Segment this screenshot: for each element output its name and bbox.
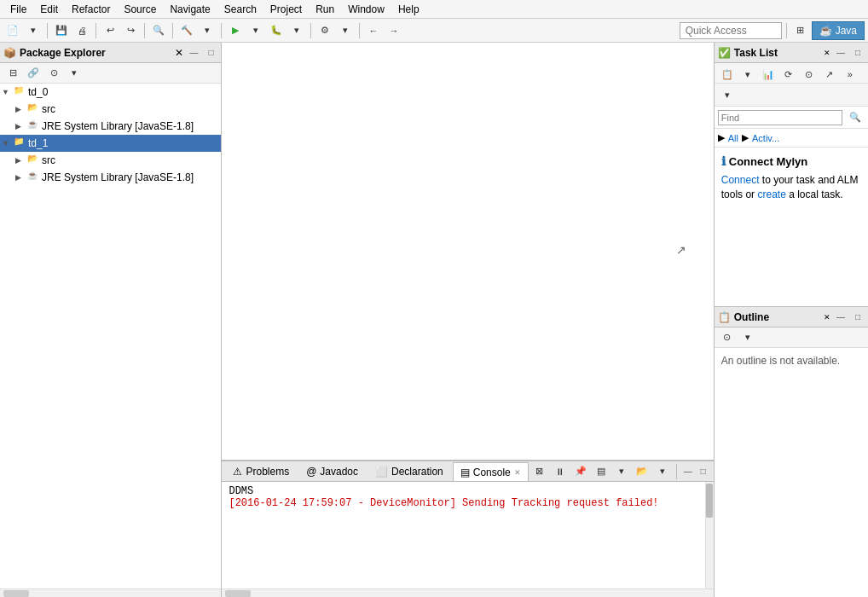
tab-declaration[interactable]: ⬜ Declaration bbox=[367, 462, 451, 481]
minimize-button[interactable]: — bbox=[187, 46, 200, 60]
pin-btn[interactable]: 📌 bbox=[571, 462, 590, 481]
save-button[interactable]: 💾 bbox=[52, 21, 71, 40]
outline-minimize-btn[interactable]: — bbox=[834, 310, 848, 324]
sep5 bbox=[221, 23, 222, 38]
view-dropdown-btn[interactable]: ▾ bbox=[65, 64, 84, 83]
package-explorer-panel: 📦 Package Explorer ✕ — □ ⊟ 🔗 ⊙ ▾ ▼ 📁 td_… bbox=[0, 43, 222, 597]
sep-console bbox=[676, 464, 677, 479]
task-minimize-btn[interactable]: — bbox=[834, 46, 848, 60]
scroll-lock-btn[interactable]: ⏸ bbox=[551, 462, 570, 481]
src-icon-td1: 📂 bbox=[26, 154, 39, 167]
new-button[interactable]: 📄 bbox=[3, 21, 22, 40]
ext-drop[interactable]: ▾ bbox=[336, 21, 355, 40]
open-drop[interactable]: ▾ bbox=[653, 462, 672, 481]
perspective-btn[interactable]: ⊞ bbox=[791, 21, 810, 40]
redo-button[interactable]: ↪ bbox=[121, 21, 140, 40]
quick-access-input[interactable] bbox=[680, 22, 782, 39]
clear-console-btn[interactable]: ⊠ bbox=[530, 462, 549, 481]
filter-active-link[interactable]: Activ... bbox=[752, 133, 779, 143]
h-scroll-thumb[interactable] bbox=[3, 590, 29, 597]
menu-project[interactable]: Project bbox=[263, 2, 309, 17]
task-maximize-btn[interactable]: □ bbox=[851, 46, 865, 60]
java-perspective[interactable]: ☕ Java bbox=[812, 21, 865, 40]
expand-arrow-td1: ▼ bbox=[2, 139, 12, 148]
task-btn2[interactable]: 📊 bbox=[759, 65, 778, 84]
bottom-panel: ⚠ Problems @ Javadoc ⬜ Declaration ▤ Con… bbox=[222, 461, 713, 597]
console-minimize-btn[interactable]: — bbox=[681, 465, 695, 478]
build-drop[interactable]: ▾ bbox=[198, 21, 217, 40]
menu-file[interactable]: File bbox=[3, 2, 33, 17]
task-btn3[interactable]: ⟳ bbox=[779, 65, 798, 84]
open-console-btn[interactable]: 📂 bbox=[633, 462, 651, 481]
outline-btn1[interactable]: ⊙ bbox=[718, 328, 737, 347]
bottom-tab-bar: ⚠ Problems @ Javadoc ⬜ Declaration ▤ Con… bbox=[222, 461, 713, 482]
task-find-btn[interactable]: 🔍 bbox=[846, 108, 865, 127]
outline-drop[interactable]: ▾ bbox=[738, 328, 757, 347]
tab-problems[interactable]: ⚠ Problems bbox=[225, 462, 297, 481]
src-td0-item[interactable]: ▶ 📂 src bbox=[0, 101, 221, 118]
package-explorer-content: ▼ 📁 td_0 ▶ 📂 src ▶ ☕ JRE System Library … bbox=[0, 84, 221, 186]
collapse-all-btn[interactable]: ⊟ bbox=[3, 64, 22, 83]
maximize-button[interactable]: □ bbox=[204, 46, 217, 60]
console-v-scrollbar[interactable] bbox=[705, 482, 714, 588]
console-h-thumb[interactable] bbox=[225, 590, 251, 597]
expand-arrow-src0: ▶ bbox=[15, 105, 26, 113]
project-td0-item[interactable]: ▼ 📁 td_0 bbox=[0, 84, 221, 101]
task-expand-btn[interactable]: ▾ bbox=[718, 85, 737, 104]
console-maximize-btn[interactable]: □ bbox=[697, 465, 710, 478]
debug-btn[interactable]: 🐛 bbox=[267, 21, 286, 40]
menu-refactor[interactable]: Refactor bbox=[65, 2, 117, 17]
console-icon: ▤ bbox=[460, 467, 470, 478]
task-more-btn[interactable]: » bbox=[841, 65, 859, 84]
menu-navigate[interactable]: Navigate bbox=[163, 2, 217, 17]
build-btn[interactable]: 🔨 bbox=[177, 21, 196, 40]
new-dropdown[interactable]: ▾ bbox=[24, 21, 43, 40]
menu-source[interactable]: Source bbox=[117, 2, 163, 17]
console-h-scrollbar[interactable] bbox=[222, 588, 713, 597]
console-toolbar: ⊠ ⏸ 📌 ▤ ▾ 📂 ▾ — □ bbox=[530, 462, 710, 481]
print-button[interactable]: 🖨 bbox=[72, 21, 91, 40]
view-menu-btn[interactable]: ⊙ bbox=[44, 64, 63, 83]
undo-button[interactable]: ↩ bbox=[101, 21, 119, 40]
task-btn5[interactable]: ↗ bbox=[820, 65, 839, 84]
menu-search[interactable]: Search bbox=[217, 2, 263, 17]
h-scrollbar[interactable] bbox=[0, 588, 221, 597]
display-drop[interactable]: ▾ bbox=[612, 462, 631, 481]
src-td0-label: src bbox=[42, 103, 55, 115]
link-editor-btn[interactable]: 🔗 bbox=[24, 64, 43, 83]
task-find-input[interactable] bbox=[718, 110, 842, 125]
outline-title: Outline bbox=[734, 311, 820, 323]
sep3 bbox=[144, 23, 145, 38]
tab-console[interactable]: ▤ Console ✕ bbox=[453, 462, 529, 481]
run-btn[interactable]: ▶ bbox=[226, 21, 245, 40]
create-link[interactable]: create bbox=[757, 188, 785, 200]
outline-maximize-btn[interactable]: □ bbox=[851, 310, 865, 324]
search-btn[interactable]: 🔍 bbox=[149, 21, 168, 40]
project-icon: 📁 bbox=[12, 85, 26, 99]
console-ddms-title: DDMS bbox=[229, 485, 706, 497]
display-selected-btn[interactable]: ▤ bbox=[592, 462, 610, 481]
tab-javadoc[interactable]: @ Javadoc bbox=[298, 462, 366, 481]
new-task-btn[interactable]: 📋 bbox=[718, 65, 737, 84]
new-task-drop[interactable]: ▾ bbox=[738, 65, 757, 84]
menu-window[interactable]: Window bbox=[341, 2, 391, 17]
src-icon: 📂 bbox=[26, 102, 39, 116]
cursor-indicator: ↗ bbox=[676, 243, 686, 257]
jre-td0-item[interactable]: ▶ ☕ JRE System Library [JavaSE-1.8] bbox=[0, 118, 221, 135]
tree-scroll-area: ▼ 📁 td_0 ▶ 📂 src ▶ ☕ JRE System Library … bbox=[0, 84, 221, 588]
next-annot[interactable]: → bbox=[385, 21, 403, 40]
src-td1-item[interactable]: ▶ 📂 src bbox=[0, 152, 221, 169]
jre-td1-item[interactable]: ▶ ☕ JRE System Library [JavaSE-1.8] bbox=[0, 169, 221, 186]
project-td1-item[interactable]: ▼ 📁 td_1 bbox=[0, 135, 221, 152]
task-btn4[interactable]: ⊙ bbox=[800, 65, 819, 84]
menu-run[interactable]: Run bbox=[309, 2, 341, 17]
console-v-thumb[interactable] bbox=[706, 484, 713, 518]
debug-drop[interactable]: ▾ bbox=[287, 21, 306, 40]
ext-tools-btn[interactable]: ⚙ bbox=[315, 21, 334, 40]
connect-link[interactable]: Connect bbox=[721, 174, 760, 186]
menu-help[interactable]: Help bbox=[391, 2, 426, 17]
prev-annot[interactable]: ← bbox=[364, 21, 383, 40]
run-drop[interactable]: ▾ bbox=[246, 21, 265, 40]
filter-all-link[interactable]: All bbox=[728, 133, 738, 143]
menu-edit[interactable]: Edit bbox=[33, 2, 65, 17]
